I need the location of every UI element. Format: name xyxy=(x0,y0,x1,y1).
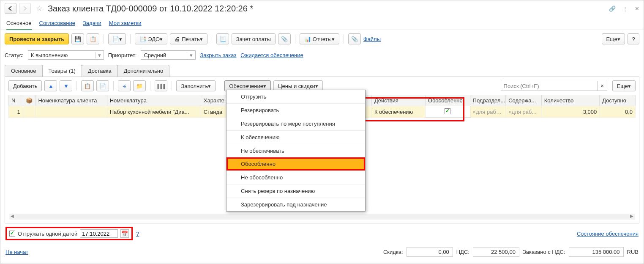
cell-act[interactable]: К обеспечению xyxy=(371,106,425,118)
ship-one-label: Отгружать одной датой xyxy=(18,231,77,237)
files-link[interactable]: Файлы xyxy=(363,36,381,42)
cell-n[interactable]: 1 xyxy=(9,106,23,118)
h-n[interactable]: N xyxy=(9,95,23,106)
ship-date-input[interactable] xyxy=(80,229,118,238)
top-tabs: Основное Согласование Задачи Мои заметки xyxy=(0,16,644,30)
row-more-button[interactable]: Еще ▾ xyxy=(612,80,636,91)
cell-dep[interactable]: <для работ> xyxy=(470,106,506,118)
reports-button[interactable]: 📊 Отчеты ▾ xyxy=(300,33,339,44)
edo-button[interactable]: 📑 ЭДО ▾ xyxy=(135,33,167,44)
toptab-main[interactable]: Основное xyxy=(6,20,32,30)
cell-nom[interactable]: Набор кухонной мебели "Диа... xyxy=(107,106,201,118)
subtab-main[interactable]: Основное xyxy=(5,65,43,77)
run-close-button[interactable]: Провести и закрыть xyxy=(5,33,69,44)
provision-state-link[interactable]: Состояние обеспечения xyxy=(577,231,639,237)
move-up-icon[interactable]: ▲ xyxy=(44,80,57,91)
mi-remove-reserve[interactable]: Снять резерв по назначению xyxy=(226,184,365,198)
check-icon xyxy=(445,108,450,114)
search-clear[interactable]: × xyxy=(598,81,607,91)
h-dep[interactable]: Подраздел... xyxy=(470,95,506,106)
attach-icon[interactable]: 📎 xyxy=(348,33,361,44)
folder-icon[interactable]: 📁 xyxy=(133,80,146,91)
subtab-additional[interactable]: Дополнительно xyxy=(117,65,170,77)
fill-button[interactable]: Заполнить ▾ xyxy=(176,80,216,91)
nav-back[interactable] xyxy=(5,3,16,14)
post-icon[interactable]: 📋 xyxy=(87,33,99,44)
add-button[interactable]: Добавить xyxy=(8,80,42,91)
status-label: Статус: xyxy=(5,52,24,58)
ship-one-date-box: Отгружать одной датой 📅 xyxy=(5,227,133,240)
nav-forward[interactable] xyxy=(19,3,31,14)
ship-one-check[interactable] xyxy=(9,231,15,236)
cell-avail[interactable]: 0,0 xyxy=(600,106,636,118)
close-order-link[interactable]: Закрыть заказ xyxy=(200,52,236,58)
share-icon[interactable]: ⪪ xyxy=(118,80,131,91)
priority-combo[interactable]: Средний▾ xyxy=(141,50,196,60)
priority-label: Приоритет: xyxy=(108,52,137,58)
favorite-icon[interactable]: ☆ xyxy=(36,4,43,13)
provision-menu: Отгрузить Резервировать Резервировать по… xyxy=(226,90,366,212)
vat-value: 22 500,00 xyxy=(473,247,519,257)
h-sep[interactable]: Обособленно xyxy=(425,95,470,106)
search-input[interactable] xyxy=(501,81,598,91)
link-icon[interactable]: 🔗 xyxy=(609,6,616,12)
mi-no-provision[interactable]: Не обеспечивать xyxy=(226,144,365,157)
subtab-delivery[interactable]: Доставка xyxy=(82,65,118,77)
not-started-link[interactable]: Не начат xyxy=(5,249,28,255)
cell-cont[interactable]: <для раб... xyxy=(506,106,542,118)
h-scrollbar[interactable]: ◀▶ xyxy=(9,214,635,220)
page-title: Заказ клиента ТД00-000009 от 10.10.2022 … xyxy=(48,4,253,14)
kebab-icon[interactable]: ⋮ xyxy=(622,6,628,12)
h-act[interactable]: Действия xyxy=(371,95,425,106)
h-cont[interactable]: Содержа... xyxy=(506,95,542,106)
mi-reserve-for[interactable]: Зарезервировать под назначение xyxy=(226,198,365,211)
h-avail[interactable]: Доступно xyxy=(600,95,636,106)
close-icon[interactable]: ✕ xyxy=(635,6,639,12)
cell-sep[interactable] xyxy=(425,106,470,118)
cell-qty[interactable]: 3,000 xyxy=(541,106,600,118)
status-combo[interactable]: К выполнению▾ xyxy=(28,50,104,60)
help-button[interactable]: ? xyxy=(628,33,639,44)
date-help[interactable]: ? xyxy=(136,231,139,237)
toptab-approval[interactable]: Согласование xyxy=(39,20,75,26)
toptab-notes[interactable]: Мои заметки xyxy=(109,20,142,26)
mi-not-separate[interactable]: Не обособленно xyxy=(226,170,365,184)
doc-icon[interactable]: 📃 xyxy=(216,33,229,44)
goods-page: Добавить ▲ ▼ 📋 📄 ⪪ 📁 ∥∥∥ Заполнить ▾ Обе… xyxy=(5,77,639,223)
calendar-icon[interactable]: 📅 xyxy=(120,229,129,238)
ordered-label: Заказано с НДС: xyxy=(523,249,565,255)
copy-icon[interactable]: 📋 xyxy=(81,80,94,91)
cell-nomc[interactable] xyxy=(35,106,107,118)
search-box: × xyxy=(501,81,607,91)
mi-reserve-incoming[interactable]: Резервировать по мере поступления xyxy=(226,117,365,130)
create-based-icon[interactable]: 📄▾ xyxy=(108,33,126,44)
subtab-goods[interactable]: Товары (1) xyxy=(42,65,82,77)
ref-icon[interactable]: 📎 xyxy=(278,33,291,44)
ordered-value: 135 000,00 xyxy=(569,247,624,257)
h-nomc[interactable]: Номенклатура клиента xyxy=(35,95,107,106)
barcode-icon[interactable]: ∥∥∥ xyxy=(155,80,167,91)
h-set[interactable]: 📦 xyxy=(23,95,35,106)
paste-icon[interactable]: 📄 xyxy=(96,80,109,91)
cell-set[interactable] xyxy=(23,106,35,118)
move-down-icon[interactable]: ▼ xyxy=(60,80,72,91)
more-button[interactable]: Еще ▾ xyxy=(602,33,625,44)
mi-separate[interactable]: Обособленно xyxy=(226,157,365,170)
toptab-tasks[interactable]: Задачи xyxy=(83,20,101,26)
print-button[interactable]: 🖨 Печать ▾ xyxy=(170,33,207,44)
mi-to-provision[interactable]: К обеспечению xyxy=(226,130,365,144)
offset-button[interactable]: Зачет оплаты xyxy=(232,33,276,44)
currency: RUB xyxy=(627,249,639,255)
mi-reserve[interactable]: Резервировать xyxy=(226,103,365,117)
h-qty[interactable]: Количество xyxy=(541,95,600,106)
save-icon[interactable]: 💾 xyxy=(71,33,84,44)
vat-label: НДС: xyxy=(456,249,469,255)
discount-value: 0,00 xyxy=(407,247,453,257)
expected-link[interactable]: Ожидается обеспечение xyxy=(240,52,303,58)
main-toolbar: Провести и закрыть 💾 📋 📄▾ 📑 ЭДО ▾ 🖨 Печа… xyxy=(0,30,644,48)
mi-ship[interactable]: Отгрузить xyxy=(226,90,365,103)
discount-label: Скидка: xyxy=(383,249,403,255)
h-nom[interactable]: Номенклатура xyxy=(107,95,201,106)
